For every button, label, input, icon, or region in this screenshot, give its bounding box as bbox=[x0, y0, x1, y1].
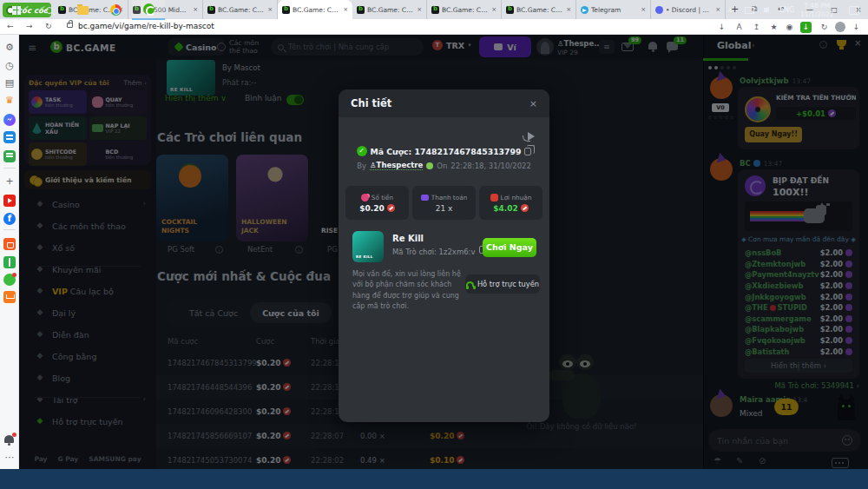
tab-title: • Discord | #🔊m bbox=[666, 6, 713, 14]
bet-id-row: ✓ Mã Cược: 1748217467845313799 bbox=[339, 146, 549, 156]
notification-red-dot bbox=[12, 433, 16, 437]
action-center-icon[interactable] bbox=[849, 0, 859, 20]
stat-amount: Số tiền $0.20 bbox=[345, 186, 409, 220]
cart-icon[interactable] bbox=[3, 291, 16, 303]
chrome-icon[interactable] bbox=[99, 0, 132, 20]
tab-title: Telegram bbox=[591, 6, 638, 14]
network-icon[interactable] bbox=[745, 0, 754, 20]
coccoc-taskbar-icon[interactable] bbox=[132, 0, 165, 20]
taskbar-search-icon[interactable] bbox=[33, 0, 66, 20]
add-shortcut-icon[interactable]: + bbox=[3, 175, 16, 188]
file-explorer-icon[interactable] bbox=[66, 0, 99, 20]
start-button[interactable] bbox=[0, 0, 33, 20]
play-now-button[interactable]: Chơi Ngay bbox=[483, 238, 536, 257]
tab-title: BC.Game: Crypto bbox=[516, 6, 563, 14]
trx-coin-icon bbox=[387, 204, 395, 212]
tab-favicon bbox=[282, 6, 290, 14]
copy-icon[interactable] bbox=[524, 148, 531, 155]
game-thumb[interactable]: RE KILL bbox=[352, 231, 384, 262]
tab-title: BC.Game: Crypto bbox=[367, 6, 414, 14]
tab-close-icon[interactable]: × bbox=[641, 6, 646, 13]
browser-tab[interactable]: BC.Game: Crypto × bbox=[352, 0, 427, 19]
bookmark-star-icon[interactable]: ★ bbox=[769, 23, 779, 32]
wallet-pouch-icon bbox=[490, 194, 498, 202]
tab-title: BC.Game: Crypto bbox=[293, 6, 340, 14]
shopee-icon[interactable] bbox=[3, 238, 16, 250]
game-id: Mã Trò chơi: 1z2xm6:v bbox=[392, 248, 475, 256]
forward-button[interactable]: → bbox=[26, 22, 33, 30]
sync-icon[interactable]: ↻ bbox=[819, 23, 829, 32]
modal-title: Chi tiết bbox=[351, 97, 391, 109]
game-thumb-label: RE KILL bbox=[356, 254, 373, 259]
tab-favicon bbox=[357, 6, 365, 14]
tab-close-icon[interactable]: × bbox=[566, 6, 571, 13]
tab-close-icon[interactable]: × bbox=[715, 6, 720, 13]
translate-icon[interactable]: A bbox=[734, 23, 744, 32]
modal-header: Chi tiết × bbox=[339, 89, 549, 117]
notifications-bell-icon[interactable] bbox=[4, 435, 14, 443]
bet-id-text: Mã Cược: 1748217467845313799 bbox=[371, 147, 522, 156]
rail-divider bbox=[3, 168, 16, 169]
card-icon bbox=[421, 195, 429, 201]
promo-dot-icon[interactable] bbox=[3, 274, 16, 286]
gift-icon[interactable] bbox=[3, 256, 16, 268]
browser-tab[interactable]: • Discord | #🔊m × bbox=[651, 0, 726, 19]
save-page-icon[interactable]: ↓ bbox=[717, 23, 727, 32]
browser-tab[interactable]: BC.Game: Crypto × bbox=[502, 0, 576, 19]
messenger-icon[interactable] bbox=[3, 114, 16, 126]
browser-tab[interactable]: BC.Game: Crypto × bbox=[427, 0, 502, 19]
trx-coin-icon bbox=[521, 204, 529, 212]
bet-meta-row: By ♙Thespectre On 22:28:18, 31/10/2022 bbox=[339, 161, 549, 170]
share-arrow-icon[interactable] bbox=[523, 132, 535, 142]
bettor-username[interactable]: ♙Thespectre bbox=[370, 161, 423, 170]
browser-tab[interactable]: BC.Game: Crypto × bbox=[203, 0, 278, 19]
tab-title: BC.Game: Crypto bbox=[218, 6, 265, 14]
tab-close-icon[interactable]: × bbox=[491, 6, 496, 13]
history-clock-icon[interactable]: ◷ bbox=[3, 60, 16, 72]
reload-button[interactable]: ↻ bbox=[45, 22, 52, 30]
downloads-icon[interactable]: ↓ bbox=[852, 23, 861, 32]
live-support-button[interactable]: Hỗ trợ trực tuyến bbox=[465, 274, 540, 294]
tab-favicon bbox=[655, 6, 663, 14]
volume-icon[interactable] bbox=[764, 0, 767, 20]
tab-title: BC.Game: Crypto bbox=[442, 6, 489, 14]
tab-close-icon[interactable]: × bbox=[267, 6, 273, 13]
game-name: Re Kill bbox=[392, 234, 424, 243]
tab-favicon bbox=[506, 6, 514, 14]
more-options-icon[interactable]: ⋯ bbox=[3, 452, 16, 464]
shield-icon[interactable]: ◉ bbox=[785, 23, 794, 32]
url-text[interactable]: bc.game/vi/game/re-kill-by-mascot bbox=[78, 22, 214, 30]
frog-emoji-icon bbox=[426, 162, 433, 169]
headset-icon bbox=[466, 281, 474, 287]
tab-favicon bbox=[207, 6, 215, 14]
tab-favicon bbox=[431, 6, 439, 14]
share-icon[interactable]: ↥ bbox=[752, 23, 761, 32]
stat-payout: Thanh toán 21 x bbox=[412, 186, 476, 220]
profile-avatar-icon[interactable] bbox=[835, 22, 845, 32]
download-manager-icon[interactable]: ↓ bbox=[800, 22, 812, 33]
browser-tab[interactable]: BC.Game: Crypto × bbox=[278, 0, 352, 19]
clock[interactable]: 7:48 PM11/1/2022 bbox=[800, 0, 833, 20]
money-icon bbox=[361, 194, 369, 202]
keyboard-language[interactable]: ENG bbox=[779, 0, 794, 20]
windows-taskbar bbox=[0, 469, 868, 489]
modal-close-icon[interactable]: × bbox=[529, 98, 537, 109]
settings-gear-icon[interactable]: ⚙ bbox=[3, 42, 16, 54]
reading-list-icon[interactable]: ▤ bbox=[3, 77, 16, 89]
gamepad-icon[interactable] bbox=[3, 150, 16, 162]
back-button[interactable]: ← bbox=[7, 22, 14, 30]
check-circle-icon: ✓ bbox=[357, 146, 367, 156]
facebook-icon[interactable]: f bbox=[3, 213, 16, 225]
tab-close-icon[interactable]: × bbox=[343, 6, 348, 13]
zalo-icon[interactable] bbox=[3, 131, 16, 143]
youtube-icon[interactable] bbox=[3, 195, 16, 207]
tray-expand-icon[interactable]: ∧ bbox=[727, 0, 733, 20]
tab-close-icon[interactable]: × bbox=[193, 6, 198, 13]
by-label: By bbox=[357, 162, 366, 170]
tab-close-icon[interactable]: × bbox=[417, 6, 422, 13]
tab-favicon bbox=[581, 6, 589, 14]
support-text: Mọi vấn đề, xin vui lòng liên hệ với bộ … bbox=[352, 269, 462, 313]
browser-tab[interactable]: Telegram × bbox=[576, 0, 651, 19]
crown-icon[interactable]: ♛ bbox=[3, 95, 16, 107]
ssl-lock-icon[interactable] bbox=[67, 23, 73, 28]
